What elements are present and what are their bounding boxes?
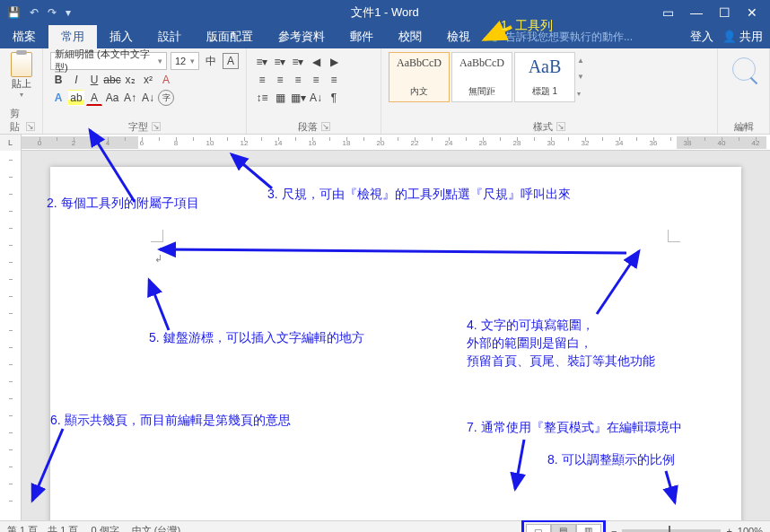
dialog-launcher-icon[interactable]: ↘ [321,122,330,131]
increase-indent-icon[interactable]: ▶ [326,54,342,70]
style-preview: AaB [529,57,562,77]
char-border-icon[interactable]: A [223,53,239,69]
close-icon[interactable]: ✕ [747,5,757,20]
align-center-icon[interactable]: ≡ [272,72,288,88]
redo-icon[interactable]: ↷ [48,6,57,19]
decrease-indent-icon[interactable]: ◀ [308,54,324,70]
align-left-icon[interactable]: ≡ [254,72,270,88]
window-title: 文件1 - Word [351,4,419,21]
bold-icon[interactable]: B [50,72,66,88]
group-editing: 編輯 [718,48,770,134]
distributed-icon[interactable]: ≡ [326,72,342,88]
text-effects-icon[interactable]: A [50,90,66,106]
font-size-value: 12 [175,56,186,66]
highlight-icon[interactable]: ab [68,90,84,106]
gallery-down-icon[interactable]: ▼ [577,73,590,81]
style-normal[interactable]: AaBbCcD 內文 [389,52,450,102]
zoom-level[interactable]: 100% [738,526,763,533]
clear-format-icon[interactable]: A [158,72,174,88]
align-right-icon[interactable]: ≡ [290,72,306,88]
underline-icon[interactable]: U [86,72,102,88]
web-layout-button[interactable]: ▥ [576,524,601,533]
page-viewport[interactable]: ↲ [22,151,770,520]
dialog-launcher-icon[interactable]: ↘ [152,122,161,131]
horizontal-ruler[interactable]: L 02468101214161820222426283032343638404… [22,135,770,151]
style-name: 標題 1 [532,85,557,98]
font-size-combo[interactable]: 12▾ [171,52,199,70]
group-label-editing: 編輯 [734,120,754,134]
change-case-icon[interactable]: Aa [104,90,120,106]
ribbon-tab-bar: 檔案 常用 插入 設計 版面配置 參考資料 郵件 校閱 檢視 💡 告訴我您想要執… [0,25,770,48]
gallery-up-icon[interactable]: ▲ [577,57,590,65]
line-spacing-icon[interactable]: ↕≡ [254,90,270,106]
page-indicator[interactable]: 第 1 頁，共 1 頁 [7,524,78,532]
maximize-icon[interactable]: ☐ [719,5,731,20]
show-marks-icon[interactable]: ¶ [326,90,342,106]
zoom-slider[interactable] [622,529,721,533]
font-color-icon[interactable]: A [86,90,102,106]
group-label-paragraph: 段落 [298,120,318,134]
tab-view[interactable]: 檢視 [434,25,483,49]
margin-corner-icon [151,230,163,242]
grow-font-icon[interactable]: A↑ [122,90,138,106]
font-name-combo[interactable]: 新細明體 (本文中文字型)▾ [50,52,167,70]
print-layout-button[interactable]: ▤ [551,524,576,533]
superscript-icon[interactable]: x² [140,72,156,88]
numbering-icon[interactable]: ≡▾ [272,54,288,70]
tab-file[interactable]: 檔案 [0,25,48,49]
sign-in-link[interactable]: 登入 [690,30,713,45]
tab-layout[interactable]: 版面配置 [194,25,266,49]
text-cursor[interactable]: ↲ [154,253,162,265]
tab-home[interactable]: 常用 [48,25,97,49]
minimize-icon[interactable]: — [690,5,703,20]
tell-me-placeholder: 告訴我您想要執行的動作... [505,30,633,45]
zoom-in-button[interactable]: + [726,526,731,533]
borders-icon[interactable]: ▦▾ [290,90,306,106]
paste-label: 貼上 [12,77,31,91]
tab-review[interactable]: 校閱 [386,25,434,49]
group-styles: AaBbCcD 內文 AaBbCcD 無間距 AaB 標題 1 ▲ ▼ ▾ 樣式… [381,48,718,134]
zoom-out-button[interactable]: − [611,526,617,533]
group-clipboard: 貼上 ▾ 剪貼簿↘ [0,48,43,134]
phonetic-guide-icon[interactable]: 中 [203,53,219,69]
shading-icon[interactable]: ▦ [272,90,288,106]
paste-button[interactable]: 貼上 ▾ [11,52,32,99]
shrink-font-icon[interactable]: A↓ [140,90,156,106]
enclose-char-icon[interactable]: 字 [158,90,174,106]
qat-customize-icon[interactable]: ▾ [66,6,71,19]
subscript-icon[interactable]: x₂ [122,72,138,88]
sort-icon[interactable]: A↓ [308,90,324,106]
save-icon[interactable]: 💾 [7,6,21,19]
group-paragraph: ≡▾ ≡▾ ≡▾ ◀ ▶ ≡ ≡ ≡ ≡ ≡ ↕≡ ▦ ▦▾ A↓ ¶ 段落↘ [247,48,381,134]
share-label: 共用 [739,31,763,43]
share-button[interactable]: 👤 共用 [722,30,763,45]
tab-design[interactable]: 設計 [145,25,194,49]
style-preview: AaBbCcD [397,57,442,70]
style-heading1[interactable]: AaB 標題 1 [514,52,575,102]
tab-references[interactable]: 參考資料 [266,25,337,49]
quick-access-toolbar: 💾 ↶ ↷ ▾ [0,6,71,19]
page[interactable]: ↲ [50,167,741,520]
tab-insert[interactable]: 插入 [97,25,145,49]
ribbon-options-icon[interactable]: ▭ [662,5,674,20]
style-nospacing[interactable]: AaBbCcD 無間距 [451,52,512,102]
style-name: 內文 [410,85,428,98]
vertical-ruler[interactable] [0,151,22,520]
undo-icon[interactable]: ↶ [30,6,39,19]
read-mode-button[interactable]: ▭ [526,524,551,533]
strikethrough-icon[interactable]: abc [104,72,120,88]
dialog-launcher-icon[interactable]: ↘ [26,122,35,131]
paste-icon [11,52,32,77]
dialog-launcher-icon[interactable]: ↘ [556,122,565,131]
find-icon[interactable] [732,57,756,81]
tab-mailings[interactable]: 郵件 [337,25,386,49]
justify-icon[interactable]: ≡ [308,72,324,88]
word-count[interactable]: 0 個字 [91,524,118,532]
style-gallery[interactable]: AaBbCcD 內文 AaBbCcD 無間距 AaB 標題 1 ▲ ▼ ▾ [389,52,710,102]
tell-me-search[interactable]: 💡 告訴我您想要執行的動作... [488,30,633,45]
multilevel-icon[interactable]: ≡▾ [290,54,306,70]
italic-icon[interactable]: I [68,72,84,88]
language-indicator[interactable]: 中文 (台灣) [132,524,180,532]
gallery-more-icon[interactable]: ▾ [577,90,590,98]
bullets-icon[interactable]: ≡▾ [254,54,270,70]
